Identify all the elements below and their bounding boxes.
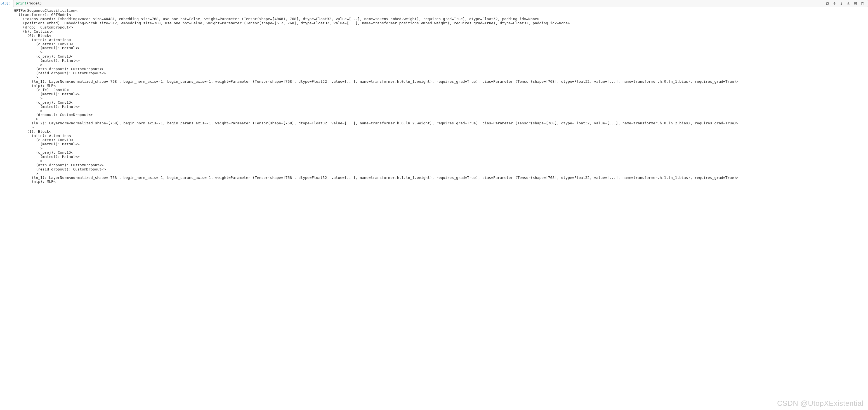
cell-prompt: [43]: [0,0,13,7]
trash-icon[interactable] [860,1,864,6]
code-args: (model) [27,1,42,5]
copy-icon[interactable] [825,1,829,6]
svg-rect-2 [854,2,857,3]
svg-rect-3 [854,4,857,5]
download-icon[interactable] [846,1,850,6]
code-content[interactable]: print(model) [16,1,42,6]
arrow-down-icon[interactable] [839,1,843,6]
code-func: print [16,1,27,5]
arrow-up-icon[interactable] [832,1,836,6]
insert-below-icon[interactable] [853,1,857,6]
cell-input-area[interactable]: print(model) [13,0,868,7]
cell-toolbar [825,1,866,6]
code-cell: [43]: print(model) [0,0,868,7]
cell-output: GPTForSequenceClassification< (transform… [0,7,868,184]
